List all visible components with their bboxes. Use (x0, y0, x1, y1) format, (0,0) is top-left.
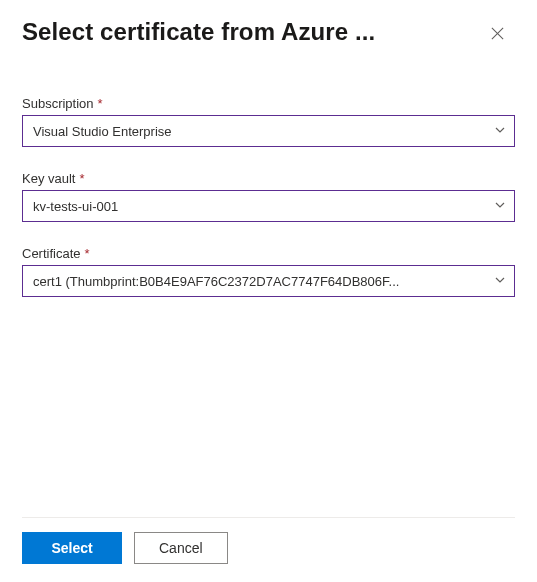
certificate-label-text: Certificate (22, 246, 81, 261)
certificate-value: cert1 (Thumbprint:B0B4E9AF76C2372D7AC774… (33, 274, 486, 289)
subscription-select[interactable]: Visual Studio Enterprise (22, 115, 515, 147)
key-vault-label: Key vault * (22, 171, 515, 186)
required-indicator: * (79, 171, 84, 186)
field-subscription: Subscription * Visual Studio Enterprise (22, 96, 515, 147)
key-vault-value: kv-tests-ui-001 (33, 199, 486, 214)
key-vault-label-text: Key vault (22, 171, 75, 186)
key-vault-select[interactable]: kv-tests-ui-001 (22, 190, 515, 222)
chevron-down-icon (494, 124, 506, 139)
panel-title: Select certificate from Azure ... (22, 18, 375, 46)
close-icon (490, 26, 505, 44)
field-certificate: Certificate * cert1 (Thumbprint:B0B4E9AF… (22, 246, 515, 297)
chevron-down-icon (494, 274, 506, 289)
required-indicator: * (85, 246, 90, 261)
close-button[interactable] (486, 22, 509, 48)
subscription-label-text: Subscription (22, 96, 94, 111)
certificate-select[interactable]: cert1 (Thumbprint:B0B4E9AF76C2372D7AC774… (22, 265, 515, 297)
select-button[interactable]: Select (22, 532, 122, 564)
cancel-button[interactable]: Cancel (134, 532, 228, 564)
field-key-vault: Key vault * kv-tests-ui-001 (22, 171, 515, 222)
certificate-selection-panel: Select certificate from Azure ... Subscr… (0, 0, 537, 582)
panel-header: Select certificate from Azure ... (22, 18, 515, 48)
subscription-label: Subscription * (22, 96, 515, 111)
panel-footer: Select Cancel (22, 517, 515, 564)
certificate-label: Certificate * (22, 246, 515, 261)
form-section: Subscription * Visual Studio Enterprise … (22, 96, 515, 517)
subscription-value: Visual Studio Enterprise (33, 124, 486, 139)
required-indicator: * (98, 96, 103, 111)
chevron-down-icon (494, 199, 506, 214)
